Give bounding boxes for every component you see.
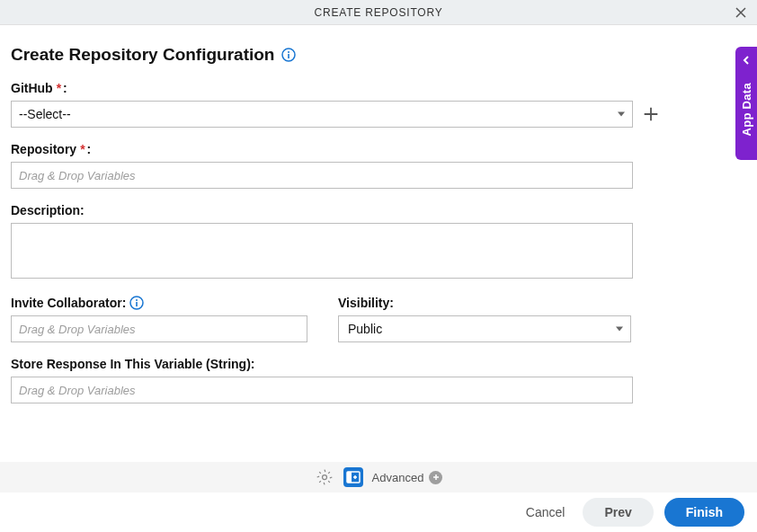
dialog-header: CREATE REPOSITORY	[0, 0, 757, 25]
svg-point-4	[136, 299, 138, 301]
invite-label: Invite Collaborator:	[11, 296, 307, 310]
store-response-input[interactable]: Drag & Drop Variables	[11, 377, 633, 403]
repository-placeholder: Drag & Drop Variables	[19, 169, 136, 182]
github-label-text: GitHub	[11, 81, 53, 95]
page-title-row: Create Repository Configuration	[11, 45, 746, 65]
info-icon[interactable]	[281, 48, 296, 62]
chevron-down-icon	[616, 327, 623, 332]
plus-circle-icon	[429, 471, 442, 484]
repository-field-group: Repository *: Drag & Drop Variables	[11, 142, 746, 189]
github-select-value: --Select--	[19, 107, 71, 121]
finish-button[interactable]: Finish	[664, 498, 744, 527]
repository-label: Repository *:	[11, 142, 746, 156]
invite-field-group: Invite Collaborator: Drag & Drop Variabl…	[11, 296, 307, 342]
svg-rect-8	[347, 472, 352, 483]
invite-input[interactable]: Drag & Drop Variables	[11, 315, 307, 342]
visibility-select-value: Public	[348, 322, 382, 336]
svg-point-1	[288, 51, 289, 53]
svg-rect-2	[289, 54, 290, 58]
app-data-panel-tab[interactable]: App Data	[735, 47, 757, 160]
dialog-content: Create Repository Configuration GitHub *…	[0, 25, 757, 403]
prev-button[interactable]: Prev	[583, 498, 653, 527]
app-data-panel-label: App Data	[740, 83, 753, 136]
github-select[interactable]: --Select--	[11, 101, 633, 128]
dialog-title: CREATE REPOSITORY	[315, 6, 443, 19]
svg-point-6	[322, 475, 326, 480]
description-label: Description:	[11, 203, 746, 217]
store-response-placeholder: Drag & Drop Variables	[19, 384, 136, 397]
colon: :	[63, 81, 67, 95]
panel-toggle-icon[interactable]	[343, 467, 363, 487]
info-icon[interactable]	[129, 296, 144, 310]
chevron-left-icon	[741, 54, 752, 65]
github-field-group: GitHub *: --Select--	[11, 81, 746, 128]
repository-label-text: Repository	[11, 142, 76, 156]
visibility-field-group: Visibility: Public	[338, 296, 635, 342]
gear-icon[interactable]	[315, 467, 334, 487]
chevron-down-icon	[618, 112, 625, 117]
svg-rect-5	[137, 302, 138, 306]
colon: :	[87, 142, 92, 156]
required-marker: *	[80, 142, 85, 156]
description-field-group: Description:	[11, 203, 746, 281]
advanced-toggle[interactable]: Advanced	[372, 471, 443, 484]
invite-label-text: Invite Collaborator:	[11, 296, 126, 310]
visibility-label: Visibility:	[338, 296, 635, 310]
invite-visibility-row: Invite Collaborator: Drag & Drop Variabl…	[11, 296, 746, 342]
store-response-field-group: Store Response In This Variable (String)…	[11, 357, 746, 403]
required-marker: *	[57, 81, 61, 95]
dialog-footer: Cancel Prev Finish	[0, 492, 757, 532]
cancel-button[interactable]: Cancel	[519, 500, 573, 525]
visibility-select[interactable]: Public	[338, 315, 631, 342]
repository-input[interactable]: Drag & Drop Variables	[11, 162, 633, 189]
store-response-label: Store Response In This Variable (String)…	[11, 357, 746, 371]
add-github-button[interactable]	[640, 103, 662, 125]
invite-placeholder: Drag & Drop Variables	[19, 323, 136, 336]
github-label: GitHub *:	[11, 81, 746, 95]
advanced-label: Advanced	[372, 471, 424, 484]
close-icon[interactable]	[734, 5, 748, 20]
github-select-row: --Select--	[11, 101, 746, 128]
page-title: Create Repository Configuration	[11, 45, 274, 65]
description-input[interactable]	[11, 223, 633, 279]
mid-toolbar: Advanced	[0, 462, 757, 492]
